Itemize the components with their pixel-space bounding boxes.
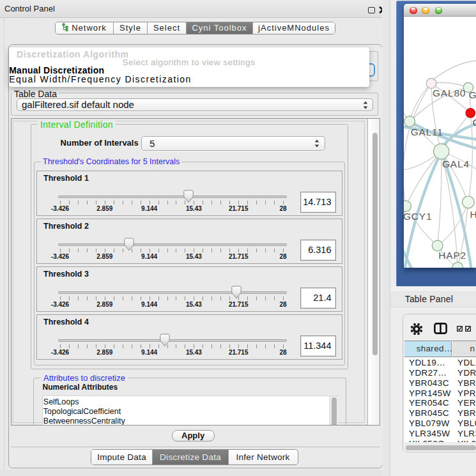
svg-text:GAL4: GAL4 — [442, 158, 470, 169]
svg-text:GAL11: GAL11 — [411, 127, 443, 137]
svg-text:GCY1: GCY1 — [404, 211, 432, 222]
svg-text:H: H — [470, 209, 476, 220]
svg-text:HAP2: HAP2 — [438, 250, 466, 261]
svg-text:C: C — [473, 117, 476, 128]
svg-text:GA: GA — [469, 89, 476, 100]
svg-text:GAL80: GAL80 — [433, 88, 466, 98]
